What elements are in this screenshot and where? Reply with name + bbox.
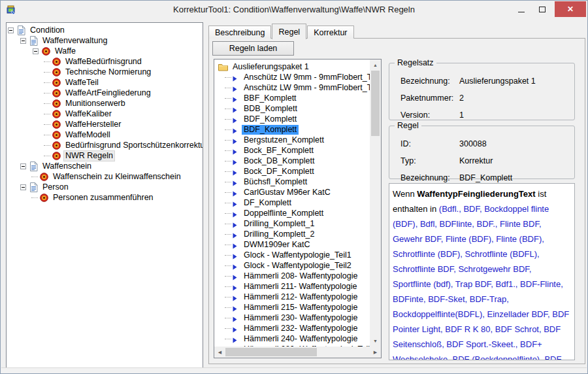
rule-list-item[interactable]: Hämmerli 211- Waffentypologie	[214, 281, 370, 292]
tree-connector	[225, 265, 231, 266]
rule-list-item-label: BDF_Komplett	[242, 125, 299, 135]
rule-list-item[interactable]: Büchsfl_Komplett	[214, 177, 370, 187]
rule-list-item[interactable]: BDF_Komplett	[214, 114, 370, 124]
tree-item[interactable]: Waffenverwaltung	[7, 35, 203, 46]
vertical-scroll-thumb[interactable]	[371, 71, 380, 136]
tree-item[interactable]: Waffenschein zu Kleinwaffenschein	[7, 171, 203, 182]
rule-list-item[interactable]: Hämmerli 230- Waffentypologie	[214, 313, 370, 323]
tree-item-label: WaffeArtFeingliederung	[64, 88, 152, 98]
rule-list-item-label: Hämmerli 232- Waffentypologie	[242, 324, 359, 333]
rule-list-item-label: Hämmerli 215- Waffentypologie	[242, 303, 359, 313]
collapse-minus-icon[interactable]	[33, 48, 39, 54]
horizontal-scroll-thumb[interactable]	[225, 348, 317, 356]
tree-connector	[225, 318, 231, 318]
vertical-scrollbar[interactable]: ▲ ▼	[370, 60, 381, 347]
collapse-minus-icon[interactable]	[20, 184, 26, 190]
field-label: Paketnummer:	[400, 94, 458, 103]
tree-item[interactable]: WaffeArtFeingliederung	[7, 88, 203, 98]
rule-list-item[interactable]: Hämmerli 232- Waffentypologie	[214, 323, 370, 333]
title-bar: KorrekturTool1: Condition\Waffenverwaltu…	[1, 1, 587, 19]
tree-item[interactable]: Waffenschein	[7, 161, 203, 171]
close-button[interactable]: ✕	[555, 1, 586, 17]
tree-connector	[225, 276, 231, 277]
rule-list-item[interactable]: BDF_Komplett	[214, 124, 370, 135]
collapse-minus-icon[interactable]	[8, 27, 14, 33]
rule-package-root[interactable]: Auslieferungspaket 1	[214, 61, 370, 72]
tree-connector	[225, 119, 231, 120]
tree-item[interactable]: WaffeTeil	[7, 77, 203, 88]
tree-item[interactable]: Personen zusammenführen	[7, 192, 203, 203]
tree-item[interactable]: Condition	[7, 25, 203, 35]
rule-list-item[interactable]: Glock - Waffentypologie_Teil2	[214, 260, 370, 271]
rule-arrow-icon	[233, 305, 237, 311]
tree-item-label: Waffenverwaltung	[41, 36, 108, 46]
rule-list-item[interactable]: Drilling_Komplett_1	[214, 218, 370, 229]
tree-item[interactable]: Waffe	[7, 46, 203, 56]
tree-item-label: Condition	[29, 26, 66, 35]
tree-item[interactable]: WaffeKaliber	[7, 109, 203, 119]
scroll-down-icon[interactable]: ▼	[370, 335, 381, 347]
collapse-minus-icon[interactable]	[20, 163, 26, 169]
app-window: KorrekturTool1: Condition\Waffenverwaltu…	[0, 0, 588, 374]
rule-list-item[interactable]: CarlGustav M96er KatC	[214, 187, 370, 197]
rule-list-item[interactable]: Hämmerli 212- Waffentypologie	[214, 292, 370, 302]
rule-arrow-icon	[233, 326, 237, 332]
rule-list-item[interactable]: Hämmerli 240- Waffentypologie	[214, 333, 370, 344]
tree-connector	[225, 307, 231, 308]
rule-arrow-icon	[233, 294, 237, 300]
tree-item[interactable]: NWR Regeln	[7, 150, 203, 161]
tree-item[interactable]: Munitionserwerb	[7, 98, 203, 109]
tree-item[interactable]: WaffeBedürfnisgrund	[7, 56, 203, 67]
tree-connector	[225, 328, 231, 329]
scroll-left-icon[interactable]: ◀	[214, 347, 225, 358]
tree-connector	[225, 286, 231, 287]
rule-list-item[interactable]: BDB_Komplett	[214, 103, 370, 114]
rule-list-item[interactable]: Bock_BF_Komplett	[214, 145, 370, 156]
rule-list-item[interactable]: DWM1909er KatC	[214, 239, 370, 250]
rule-arrow-icon	[233, 231, 237, 237]
rule-list-item[interactable]: Glock - Waffentypologie_Teil1	[214, 250, 370, 260]
horizontal-scrollbar[interactable]: ◀ ▶	[214, 347, 381, 358]
rule-list-item[interactable]: Anschütz LW 9mm - 9mmFlobert_Teil1	[214, 72, 370, 82]
tree-item[interactable]: Technische Normierung	[7, 67, 203, 77]
tab-beschreibung[interactable]: Beschreibung	[208, 26, 271, 39]
tree-indent	[7, 103, 44, 104]
rule-list-item[interactable]: Bergstutzen_Komplett	[214, 135, 370, 145]
rule-list-item[interactable]: Bock_DB_Komplett	[214, 156, 370, 166]
tab-korrektur[interactable]: Korrektur	[307, 26, 353, 39]
scroll-right-icon[interactable]: ▶	[370, 347, 381, 358]
tree-connector	[225, 129, 231, 130]
rule-list-item[interactable]: Hämmerli 208- Waffentypologie	[214, 271, 370, 281]
tree-item[interactable]: WaffeHersteller	[7, 119, 203, 129]
load-rules-button[interactable]: Regeln laden	[212, 41, 294, 56]
rule-list-item[interactable]: BBF_Komplett	[214, 93, 370, 103]
rule-list-item[interactable]: Bock_DF_Komplett	[214, 166, 370, 177]
scroll-up-icon[interactable]: ▲	[370, 60, 381, 71]
minimize-button[interactable]	[512, 1, 531, 18]
tab-regel[interactable]: Regel	[272, 24, 306, 39]
rule-arrow-icon	[233, 106, 237, 112]
rule-description-text[interactable]: Wenn WaffentypFeingliederungText ist ent…	[389, 183, 575, 360]
tree-connector	[225, 182, 231, 182]
rule-arrow-icon	[233, 263, 237, 269]
rule-list-item[interactable]: Drilling_Komplett_2	[214, 229, 370, 239]
rule-arrow-icon	[233, 148, 237, 154]
tree-item-label: NWR Regeln	[64, 151, 114, 161]
tree-item[interactable]: WaffeModell	[7, 129, 203, 140]
rule-list-item[interactable]: Doppelflinte_Komplett	[214, 208, 370, 218]
rule-list-content: Auslieferungspaket 1 Anschütz LW 9mm - 9…	[214, 60, 370, 347]
tree-item[interactable]: Person	[7, 182, 203, 192]
tree-connector	[225, 171, 231, 172]
tree-connector	[225, 203, 231, 203]
tree-item[interactable]: Bedürfnisgrund Sportschützenkorrektur	[7, 140, 203, 150]
rule-list-item[interactable]: Anschütz LW 9mm - 9mmFlobert_Teil2	[214, 82, 370, 93]
maximize-button[interactable]	[532, 1, 552, 18]
rule-list-item-label: Hämmerli 211- Waffentypologie	[242, 282, 359, 292]
rule-arrow-icon	[233, 315, 237, 321]
collapse-minus-icon[interactable]	[20, 38, 26, 44]
rule-list-item[interactable]: DF_Komplett	[214, 197, 370, 208]
rule-list-item-label: Drilling_Komplett_1	[242, 219, 316, 229]
rule-list-item-label: CarlGustav M96er KatC	[242, 188, 333, 197]
tree-item-label: WaffeHersteller	[64, 120, 122, 129]
rule-list-item[interactable]: Hämmerli 215- Waffentypologie	[214, 302, 370, 313]
